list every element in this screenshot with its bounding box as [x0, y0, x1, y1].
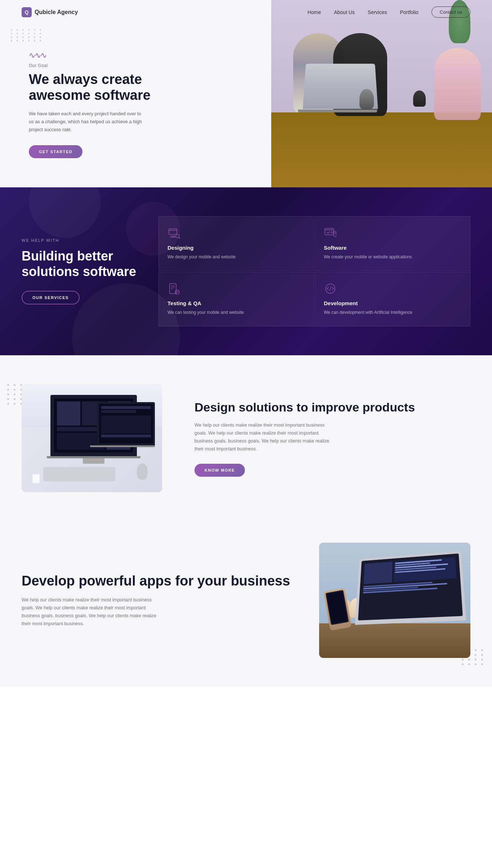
contact-button[interactable]: Contact us	[431, 6, 470, 18]
testing-title: Testing & QA	[167, 300, 305, 306]
nav-home[interactable]: Home	[308, 9, 321, 15]
hero-description: We have taken each and every project han…	[29, 110, 144, 134]
svg-line-18	[330, 286, 331, 291]
hero-dots-decoration	[11, 29, 43, 41]
develop-description: We help our clients make realize their m…	[22, 596, 158, 628]
hero-image	[271, 0, 492, 187]
development-icon	[324, 282, 337, 295]
svg-point-4	[176, 234, 179, 238]
design-solutions-section: Design solutions to improve products We …	[0, 355, 492, 521]
know-more-button[interactable]: KNOW MORE	[194, 464, 245, 477]
nav-services[interactable]: Services	[368, 9, 387, 15]
our-services-button[interactable]: OUR SERVICES	[22, 291, 80, 304]
design-title: Design solutions to improve products	[194, 400, 470, 415]
software-desc: We create your mobile or website applica…	[324, 254, 461, 261]
development-desc: We can development with Artificial Intel…	[324, 309, 461, 316]
nav-portfolio[interactable]: Portfolio	[400, 9, 418, 15]
service-card-development: Development We can development with Arti…	[315, 272, 470, 326]
logo-icon: Q	[22, 7, 32, 17]
design-content: Design solutions to improve products We …	[194, 400, 470, 477]
design-image-area	[22, 384, 166, 492]
develop-image	[319, 543, 470, 658]
services-content-left: WE HELP WITH Building better solutions s…	[22, 238, 137, 304]
designing-title: Designing	[167, 245, 305, 251]
logo[interactable]: Q Qubicle Agency	[22, 7, 78, 17]
hero-section: ∿∿∿ Our Goal We always create awesome so…	[0, 0, 492, 187]
develop-image-area	[319, 543, 470, 658]
hero-goal-label: Our Goal	[29, 63, 250, 68]
hero-content: ∿∿∿ Our Goal We always create awesome so…	[0, 8, 271, 180]
services-subtitle: WE HELP WITH	[22, 238, 137, 242]
logo-text: Qubicle Agency	[35, 9, 78, 15]
designing-desc: We design your mobile and website	[167, 254, 305, 261]
develop-title: Develop powerful apps for your business	[22, 573, 298, 589]
hero-cta-button[interactable]: GET STARTED	[29, 145, 82, 158]
service-card-software: Software We create your mobile or websit…	[315, 216, 470, 271]
services-title: Building better solutions software	[22, 248, 137, 279]
nav-links: Home About Us Services Portfolio Contact…	[308, 6, 470, 18]
develop-content: Develop powerful apps for your business …	[22, 573, 298, 628]
navbar: Q Qubicle Agency Home About Us Services …	[0, 0, 492, 24]
software-title: Software	[324, 245, 461, 251]
design-description: We help our clients make realize their m…	[194, 421, 331, 453]
designing-icon	[167, 227, 180, 240]
svg-rect-9	[334, 231, 336, 237]
testing-icon	[167, 282, 180, 295]
svg-rect-0	[169, 229, 177, 235]
nav-about[interactable]: About Us	[334, 9, 355, 15]
hero-title: We always create awesome software	[29, 72, 151, 103]
software-icon	[324, 227, 337, 240]
svg-rect-8	[331, 232, 332, 233]
testing-desc: We can testing your mobile and website	[167, 309, 305, 316]
hero-squiggle: ∿∿∿	[29, 51, 250, 60]
service-card-testing: Testing & QA We can testing your mobile …	[158, 272, 314, 326]
services-section: WE HELP WITH Building better solutions s…	[0, 187, 492, 355]
design-image	[22, 384, 162, 492]
svg-line-5	[179, 237, 180, 239]
develop-section: Develop powerful apps for your business …	[0, 521, 492, 687]
services-cards-grid: Designing We design your mobile and webs…	[158, 216, 470, 326]
hero-image-area	[271, 0, 492, 187]
service-card-designing: Designing We design your mobile and webs…	[158, 216, 314, 271]
development-title: Development	[324, 300, 461, 306]
